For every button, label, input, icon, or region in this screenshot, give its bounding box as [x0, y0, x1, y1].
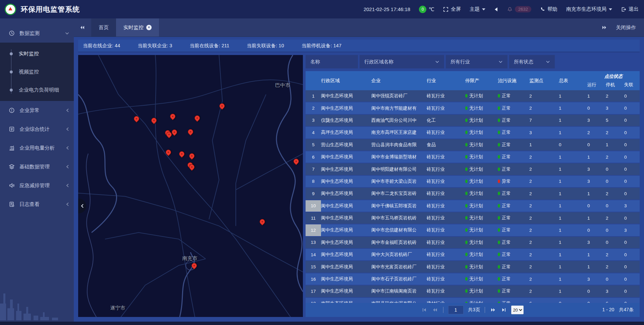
table-row[interactable]: 7阆中生态环境局阆中明阳建材有限公司砖瓦行业无计划正常21300	[306, 163, 640, 175]
region-filter-select[interactable]: 行政区域名称	[360, 55, 444, 68]
chevron-left-icon	[80, 204, 84, 208]
cell-industry: 砖瓦行业	[427, 276, 465, 282]
tab-item[interactable]: 首页	[91, 18, 116, 37]
sidebar-item-2[interactable]: 企业综合统计	[0, 120, 74, 139]
content-area: 当前在线企业: 44当前失联企业: 3当前在线设备: 211当前失联设备: 10…	[74, 37, 644, 322]
table-row[interactable]: 13阆中生态环境局阆中市金福旺页岩机砖砖瓦行业无计划正常21300	[306, 237, 640, 249]
cell-industry: 砖瓦行业	[427, 203, 465, 209]
table-row[interactable]: 8阆中生态环境局阆中市枣碧大梁山页岩砖瓦行业无计划异常21300	[306, 176, 640, 188]
status-filter-select[interactable]: 所有状态	[509, 55, 555, 68]
table-row[interactable]: 1阆中生态环境局阆中强锐页岩砖厂砖瓦行业无计划正常21120	[306, 90, 640, 102]
cell-company: 阆中千佛镇五郎垭页岩	[371, 203, 427, 209]
sidebar-item-4[interactable]: 基础数据管理	[0, 157, 74, 176]
cell-region: 阆中生态环境局	[321, 93, 371, 99]
cell-points: 2	[529, 167, 559, 172]
table-row[interactable]: 16阆中生态环境局阆中市石子页岩机砖厂砖瓦行业无计划正常21300	[306, 273, 640, 285]
help-button[interactable]: 帮助	[540, 6, 557, 12]
name-filter-input[interactable]	[310, 59, 353, 64]
logout-button[interactable]: 退出	[621, 6, 639, 12]
notification-button[interactable]: 2632	[507, 6, 531, 12]
stat-value: 211	[221, 43, 229, 48]
cell-index: 11	[306, 212, 321, 224]
tabs-scroll-left-button[interactable]	[74, 18, 91, 37]
org-menu-button[interactable]: 南充市生态环境局	[566, 6, 612, 12]
column-header: 行政区域	[321, 71, 371, 90]
table-row[interactable]: 6阆中生态环境局阆中市金博瑞新型墙材砖瓦行业无计划正常21120	[306, 151, 640, 163]
temperature-widget: 0 ℃	[419, 6, 434, 13]
page-size-select[interactable]: 20	[511, 306, 524, 314]
sidebar-item-1[interactable]: 企业异常	[0, 101, 74, 120]
sidebar-subitem[interactable]: 视频监控	[0, 63, 74, 81]
industry-filter-select[interactable]: 所有行业	[446, 55, 507, 68]
table-row[interactable]: 10阆中生态环境局阆中千佛镇五郎垭页岩砖瓦行业无计划正常21003	[306, 200, 640, 212]
sidebar-subitem-label: 视频监控	[19, 69, 39, 75]
table-row[interactable]: 3仪陇生态环境局西南油气田分公司川中化工无计划正常71350	[306, 115, 640, 127]
table-row[interactable]: 12阆中生态环境局阆中市忠信建材有限公砖瓦行业无计划正常21003	[306, 224, 640, 236]
cell-index: 1	[306, 90, 321, 102]
cell-index: 15	[306, 261, 321, 272]
cell-region: 阆中生态环境局	[321, 227, 371, 233]
sidebar-item-label: 企业综合统计	[19, 126, 50, 132]
table-row[interactable]: 17阆中生态环境局阆中市江南镇阆南页岩砖瓦行业无计划正常21030	[306, 285, 640, 297]
status-dot-green	[465, 167, 468, 171]
cell-facility-status: 正常	[498, 129, 529, 136]
cell-run: 2	[587, 130, 606, 135]
tab-close-icon[interactable]: ×	[146, 25, 152, 30]
cell-limit-status: 无计划	[465, 191, 498, 197]
table-row[interactable]: 4高坪生态环境局南充市高坪区王家店建砖瓦行业无计划正常31220	[306, 127, 640, 139]
status-dot-green	[465, 240, 468, 244]
bell-icon	[507, 7, 513, 12]
total-rows-label: 共47条	[619, 307, 634, 313]
cell-facility-status: 正常	[498, 154, 529, 160]
sidebar-subitem[interactable]: 实时监控	[0, 45, 74, 63]
cell-facility-status: 正常	[498, 301, 529, 303]
status-dot-red	[498, 179, 500, 183]
close-operations-button[interactable]: 关闭操作	[616, 24, 636, 31]
cell-run: 1	[587, 216, 606, 221]
cell-lost: 3	[624, 203, 640, 208]
table-row[interactable]: 15阆中生态环境局阆中市光富页岩机砖厂砖瓦行业无计划正常21120	[306, 261, 640, 273]
table-row[interactable]: 9阆中生态环境局阆中市二龙长宝页岩砖砖瓦行业无计划正常21120	[306, 188, 640, 200]
cell-industry: 砖瓦行业	[427, 105, 465, 111]
previous-page-button[interactable]	[432, 307, 438, 313]
next-page-button[interactable]	[490, 307, 496, 313]
first-page-button[interactable]	[422, 307, 427, 313]
tabs-scroll-right-button[interactable]	[601, 25, 607, 30]
bullet-icon	[10, 89, 13, 92]
table-row[interactable]: 5营山生态环境局营山县润丰肉食品有限食品无计划正常10010	[306, 139, 640, 151]
cell-company: 西南油气田分公司川中	[371, 117, 427, 123]
sidebar-subitem[interactable]: 企业电力负荷明细	[0, 81, 74, 99]
theme-menu-button[interactable]: 主题	[470, 6, 485, 12]
sidebar-item-3[interactable]: 企业用电量分析	[0, 139, 74, 157]
sidebar-item-6[interactable]: 日志查看	[0, 195, 74, 214]
tab-active[interactable]: 实时监控×	[116, 18, 159, 37]
table-row[interactable]: 2阆中生态环境局阆中市南方节能建材有砖瓦行业无计划正常21030	[306, 102, 640, 114]
fullscreen-button[interactable]: 全屏	[443, 6, 461, 12]
sidebar-item-5[interactable]: 应急减排管理	[0, 176, 74, 195]
stat-item: 当前失联设备: 10	[247, 43, 284, 49]
footer-strip	[0, 322, 644, 325]
page-number-input[interactable]	[448, 306, 464, 314]
cell-points: 2	[529, 94, 559, 99]
cell-meters: 0	[559, 142, 587, 147]
cell-stop: 3	[606, 289, 624, 294]
cell-company: 阆中市光富页岩机砖厂	[371, 264, 427, 270]
cell-lost: 0	[624, 179, 640, 184]
cell-lost: 0	[624, 167, 640, 172]
cell-company: 阆中大兴页岩机砖厂	[371, 252, 427, 258]
cell-limit-status: 无计划	[465, 93, 498, 99]
table-row[interactable]: 18南部生态环境局南部县瑞华水泥有限公建材行业无计划正常60060	[306, 298, 640, 303]
status-dot-green	[498, 289, 500, 293]
status-dot-green	[465, 216, 468, 220]
sound-toggle-button[interactable]	[494, 7, 498, 12]
cell-limit-status: 无计划	[465, 178, 498, 184]
last-page-button[interactable]	[501, 307, 506, 313]
tab-label: 实时监控	[123, 24, 144, 31]
cell-index: 2	[306, 102, 321, 114]
table-row[interactable]: 11阆中生态环境局阆中市五马桥页岩机砖砖瓦行业无计划正常21120	[306, 212, 640, 224]
table-row[interactable]: 14阆中生态环境局阆中大兴页岩机砖厂砖瓦行业无计划正常21120	[306, 249, 640, 261]
status-dot-green	[498, 143, 500, 147]
tab-label: 首页	[99, 24, 109, 31]
cell-run: 3	[587, 179, 606, 184]
sidebar-item-0[interactable]: 数据监测	[0, 24, 74, 43]
